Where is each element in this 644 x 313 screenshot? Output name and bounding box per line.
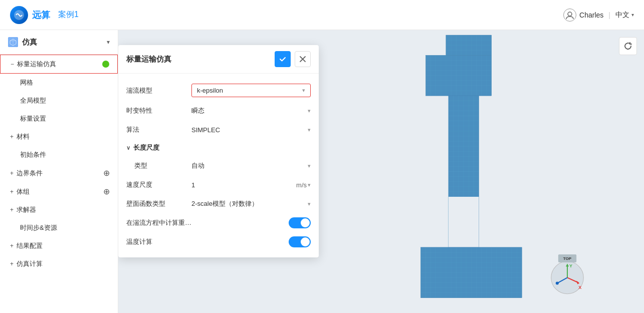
center-area: 标量运输仿真 湍流模型	[118, 30, 644, 313]
velocity-unit-label: m/s	[296, 181, 307, 189]
modal-actions	[275, 51, 311, 67]
algorithm-value: SIMPLEC	[191, 126, 220, 134]
sidebar-item-time-steps[interactable]: 时间步&资源	[0, 219, 118, 237]
expand-plus-icon[interactable]: +	[10, 133, 14, 140]
sidebar: 仿真 ▾ − 标量运输仿真 网格 全局模型 标量设置 + 材料 初始条件 + 边…	[0, 30, 118, 313]
time-variation-row: 时变特性 瞬态 ▾	[118, 101, 319, 120]
sidebar-item-label: 时间步&资源	[20, 223, 110, 232]
length-type-value: 自动	[191, 161, 204, 170]
velocity-scale-unit[interactable]: m/s ▾	[296, 181, 311, 189]
expand-plus-icon[interactable]: +	[10, 170, 14, 177]
sidebar-item-solver[interactable]: + 求解器	[0, 201, 118, 219]
sidebar-item-label: 结果配置	[17, 241, 110, 250]
temperature-calc-toggle[interactable]	[289, 236, 311, 247]
sidebar-item-label: 初始条件	[20, 150, 110, 159]
user-name: Charles	[579, 11, 603, 19]
svg-text:Y: Y	[569, 263, 572, 268]
turbulence-model-row: 湍流模型 k-epsilon ▾	[118, 80, 319, 101]
time-variation-select[interactable]: 瞬态 ▾	[191, 106, 311, 115]
language-chevron-icon: ▾	[631, 12, 634, 18]
sidebar-item-label: 全局模型	[20, 96, 110, 105]
sidebar-item-label: 标量运输仿真	[17, 60, 102, 69]
sidebar-item-simulation[interactable]: − 标量运输仿真	[0, 55, 118, 74]
time-variation-label: 时变特性	[126, 106, 191, 115]
project-name[interactable]: 案例1	[58, 10, 79, 20]
length-type-control: 自动 ▾	[191, 161, 311, 170]
3d-viewport: Y X TOP	[319, 30, 644, 313]
modal-close-button[interactable]	[295, 51, 311, 67]
logo-icon	[10, 6, 28, 24]
temperature-calc-control	[191, 236, 311, 247]
sidebar-cube-icon	[8, 37, 18, 47]
wall-func-select[interactable]: 2-scale模型（对数律） ▾	[191, 199, 311, 208]
nav-divider: |	[608, 11, 610, 19]
algorithm-select[interactable]: SIMPLEC ▾	[191, 126, 311, 134]
svg-point-107	[556, 281, 559, 284]
sidebar-item-label: 边界条件	[17, 169, 103, 178]
velocity-scale-control: 1 m/s ▾	[191, 181, 311, 189]
3d-model-svg: Y X TOP	[319, 30, 644, 313]
sidebar-title: 仿真	[22, 38, 37, 47]
wall-func-label: 壁面函数类型	[126, 199, 191, 208]
expand-plus-icon[interactable]: +	[10, 242, 14, 249]
recalc-turbulence-toggle[interactable]	[289, 217, 311, 228]
expand-minus-icon[interactable]: −	[11, 61, 14, 68]
modal-header: 标量运输仿真	[118, 45, 319, 74]
wall-func-chevron-icon: ▾	[308, 201, 311, 207]
section-chevron-icon: ∨	[126, 145, 130, 151]
sidebar-item-simulation-calc[interactable]: + 仿真计算	[0, 255, 118, 273]
modal-panel: 标量运输仿真 湍流模型	[118, 45, 319, 257]
velocity-scale-value: 1	[191, 181, 195, 189]
expand-plus-icon[interactable]: +	[10, 188, 14, 195]
logo-text: 远算	[32, 9, 50, 21]
add-boundary-icon[interactable]: ⊕	[103, 168, 110, 178]
turbulence-model-control: k-epsilon ▾	[191, 84, 311, 97]
sidebar-item-mesh[interactable]: 网格	[0, 74, 118, 92]
temperature-calc-label: 温度计算	[126, 237, 191, 246]
add-body-group-icon[interactable]: ⊕	[103, 187, 110, 196]
sidebar-item-scalar-settings[interactable]: 标量设置	[0, 110, 118, 128]
sidebar-header-left: 仿真	[8, 37, 37, 47]
language-label: 中文	[615, 11, 629, 20]
sidebar-item-label: 仿真计算	[17, 259, 110, 268]
sidebar-item-label: 标量设置	[20, 114, 110, 123]
algorithm-row: 算法 SIMPLEC ▾	[118, 120, 319, 139]
length-type-select[interactable]: 自动 ▾	[191, 161, 311, 170]
nav-right: Charles | 中文 ▾	[563, 9, 634, 22]
main-content: 仿真 ▾ − 标量运输仿真 网格 全局模型 标量设置 + 材料 初始条件 + 边…	[0, 30, 644, 313]
language-selector[interactable]: 中文 ▾	[615, 11, 634, 20]
expand-plus-icon[interactable]: +	[10, 260, 14, 267]
temperature-calc-row: 温度计算	[118, 232, 319, 251]
velocity-scale-label: 速度尺度	[126, 180, 191, 189]
sidebar-item-label: 求解器	[17, 205, 110, 214]
algorithm-label: 算法	[126, 125, 191, 134]
time-variation-chevron-icon: ▾	[308, 108, 311, 114]
expand-plus-icon[interactable]: +	[10, 206, 14, 213]
user-avatar-icon	[563, 9, 576, 22]
logo: 远算	[10, 6, 50, 24]
sidebar-item-results-config[interactable]: + 结果配置	[0, 237, 118, 255]
length-scale-label: 长度尺度	[133, 143, 159, 152]
sidebar-item-initial-conditions[interactable]: 初始条件	[0, 146, 118, 164]
sidebar-item-body-groups[interactable]: + 体组 ⊕	[0, 182, 118, 201]
modal-confirm-button[interactable]	[275, 51, 291, 67]
turbulence-model-chevron-icon: ▾	[302, 87, 305, 94]
sidebar-item-materials[interactable]: + 材料	[0, 128, 118, 146]
sidebar-item-boundary-conditions[interactable]: + 边界条件 ⊕	[0, 164, 118, 182]
length-type-chevron-icon: ▾	[308, 163, 311, 169]
svg-text:TOP: TOP	[563, 256, 572, 261]
nav-left: 远算 案例1	[10, 6, 79, 24]
turbulence-model-value: k-epsilon	[197, 87, 223, 94]
recalc-turbulence-control	[191, 217, 311, 228]
length-scale-section-header[interactable]: ∨ 长度尺度	[118, 139, 319, 156]
sidebar-header: 仿真 ▾	[0, 30, 118, 55]
turbulence-model-select[interactable]: k-epsilon ▾	[191, 84, 311, 97]
length-type-row: 类型 自动 ▾	[118, 156, 319, 175]
sidebar-item-label: 体组	[17, 187, 103, 196]
sidebar-item-label: 网格	[20, 78, 110, 87]
length-type-label: 类型	[126, 161, 191, 170]
sidebar-collapse-icon[interactable]: ▾	[107, 39, 110, 46]
recalc-turbulence-row: 在湍流方程中计算重…	[118, 213, 319, 232]
sidebar-item-global-model[interactable]: 全局模型	[0, 92, 118, 110]
user-info: Charles	[563, 9, 603, 22]
